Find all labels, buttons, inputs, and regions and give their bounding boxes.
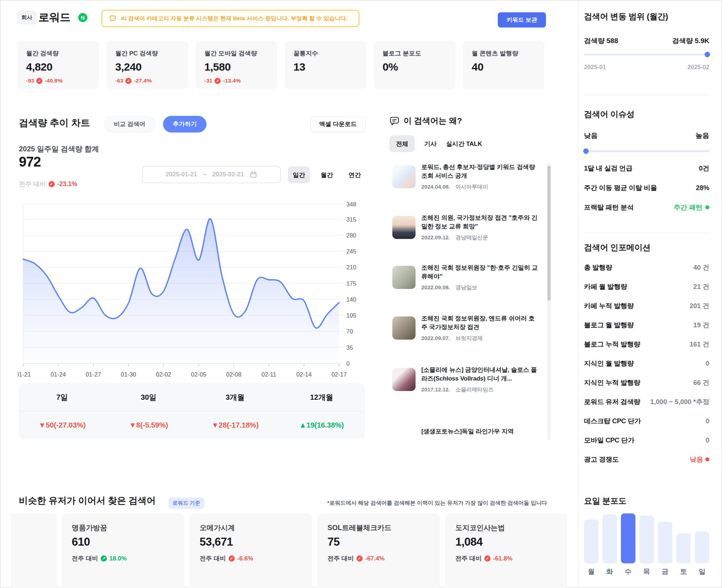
- period-value-12m: ▲19(16.38%): [278, 411, 365, 439]
- speech-bubble-icon: [389, 116, 400, 126]
- vs-label: 전주 대비: [200, 554, 226, 563]
- stat-card-monthly-search: 월간 검색량 4,820 -93 ✓ -40.8%: [17, 41, 99, 89]
- stat-value: 3,240: [115, 61, 179, 73]
- related-card[interactable]: SOL트레블체크카드 75 전주 대비 ✓ -67.4%: [317, 513, 440, 588]
- tab-monthly[interactable]: 월간: [316, 167, 338, 183]
- news-item[interactable]: 조해진 의원, 국가정보처장 접견 "호주와 긴밀한 정보 교류 희망" 202…: [389, 214, 540, 241]
- news-item[interactable]: 로워드, 총선 후보자·정당별 키워드 검색량 조회 서비스 공개 2024.0…: [389, 163, 540, 190]
- excel-download-button[interactable]: 엑셀 다운로드: [310, 116, 366, 132]
- info-label: 카페 누적 발행량: [584, 301, 634, 310]
- range-labels: 검색량 588 검색량 5.9K: [584, 36, 709, 46]
- info-row: 지식인 월 발행량0: [584, 359, 709, 368]
- period-value-3m: ▼28(-17.18%): [192, 411, 279, 439]
- issue-row-label: 주간 이동 평균 이탈 비율: [584, 183, 657, 192]
- svg-text:02-14: 02-14: [296, 371, 312, 378]
- stat-delta: -31 ✓ -13.4%: [204, 77, 268, 84]
- naver-icon: N: [78, 13, 87, 22]
- beta-notice-text: AI 검색어 카테고리 자동 분류 시스템은 현재 Beta 서비스 중입니다.…: [121, 15, 347, 22]
- info-row: 블로그 월 발행량19 건: [584, 320, 709, 329]
- news-date: 2024.04.08.: [421, 184, 450, 190]
- weekday-bar-토[interactable]: [676, 533, 691, 563]
- news-item-title: 조해진 국회 정보위원장, 앤드류 쉬어러 호주 국가정보처장 접견: [421, 314, 540, 332]
- weekly-total-label: 2025 일주일 검색량 합계: [19, 144, 99, 154]
- news-source: 브릿지경제: [455, 335, 483, 342]
- weekday-bar-일[interactable]: [695, 532, 709, 563]
- range-slider-handle[interactable]: [705, 52, 710, 57]
- stat-delta: -63 ✓ -27.4%: [115, 77, 179, 84]
- news-date: 2017.12.12.: [421, 386, 450, 393]
- news-item[interactable]: [생생포토뉴스]독일 라인가우 지역: [389, 427, 540, 436]
- svg-text:0: 0: [346, 360, 350, 367]
- range-slider[interactable]: [584, 54, 709, 55]
- related-wow: 전주 대비 ↗ 18.0%: [72, 554, 174, 563]
- search-volume-trend-chart[interactable]: 0357010514017521024528031534801-2101-240…: [17, 196, 365, 381]
- stat-label: 월간 PC 검색량: [115, 49, 179, 58]
- news-scrollbar-thumb[interactable]: [547, 166, 551, 301]
- date-range-picker[interactable]: 2025-01-21 ~ 2025-02-21: [142, 166, 281, 183]
- news-tab-talk[interactable]: 실시간 TALK: [446, 135, 482, 152]
- related-card[interactable]: 도지코인사는법 1,084 전주 대비 ✓ -61.8%: [445, 513, 567, 588]
- info-value: 21 건: [693, 282, 709, 291]
- compare-keyword-pill[interactable]: 비교 검색어: [104, 116, 155, 133]
- news-thumbnail: [392, 266, 416, 289]
- svg-text:105: 105: [346, 312, 356, 319]
- news-tab-articles[interactable]: 기사: [424, 135, 437, 152]
- news-panel-title: 이 검색어는 왜?: [404, 115, 462, 126]
- issue-row-label: 1달 내 실검 언급: [584, 164, 633, 173]
- range-date-to: 2025-02: [687, 64, 709, 71]
- info-row: 지식인 누적 발행량66 건: [584, 378, 709, 387]
- issue-row: 프랙탈 패턴 분석 주간 패턴: [584, 203, 709, 212]
- news-item-title: 로워드, 총선 후보자·정당별 키워드 검색량 조회 서비스 공개: [421, 163, 540, 180]
- news-item[interactable]: [소믈리에 뉴스] 금양인터내셔날, 슐로스 폴라즈(Schloss Vollr…: [389, 366, 540, 393]
- issue-low: 낮음: [584, 131, 598, 140]
- issue-slider-handle[interactable]: [583, 148, 589, 154]
- info-value: 40 건: [693, 263, 709, 272]
- news-thumbnail: [392, 316, 416, 340]
- stat-value: 1,580: [204, 61, 268, 73]
- vs-label: 전주 대비: [455, 554, 482, 563]
- delta-down-icon: ✓: [49, 181, 55, 187]
- weekday-bar-금[interactable]: [658, 522, 672, 563]
- svg-text:02-11: 02-11: [262, 371, 276, 378]
- issue-section-title: 검색어 이슈성: [584, 109, 709, 120]
- info-value: 0: [706, 417, 709, 425]
- company-type-badge: 회사: [17, 11, 36, 24]
- tab-yearly[interactable]: 연간: [344, 167, 366, 183]
- tab-daily[interactable]: 일간: [288, 167, 310, 183]
- vs-value: -23.1%: [57, 180, 77, 188]
- info-label: 블로그 월 발행량: [584, 320, 634, 329]
- news-scrollbar-track[interactable]: [547, 163, 551, 440]
- news-item-title: 조해진 국회 정보위원장 "한·호주 긴밀히 교류해야": [421, 264, 540, 281]
- related-card-partial[interactable]: [11, 513, 57, 588]
- news-source: 경남일보: [455, 284, 477, 291]
- news-tab-all[interactable]: 전체: [389, 135, 415, 152]
- info-value: 201 건: [689, 301, 709, 310]
- svg-text:70: 70: [346, 328, 353, 335]
- weekday-label: 금: [658, 567, 672, 576]
- stat-card-pc-search: 월간 PC 검색량 3,240 -63 ✓ -27.4%: [107, 41, 188, 89]
- add-keyword-button[interactable]: 추가하기: [163, 116, 206, 133]
- info-row: 모바일 CPC 단가0: [584, 436, 709, 445]
- info-row: 광고 경쟁도낮음: [584, 455, 709, 464]
- news-item[interactable]: 조해진 국회 정보위원장, 앤드류 쉬어러 호주 국가정보처장 접견 2022.…: [389, 314, 540, 342]
- weekday-bar-수[interactable]: [621, 513, 635, 563]
- weekday-bar-화[interactable]: [602, 514, 617, 563]
- related-card[interactable]: 오메가시계 53,671 전주 대비 ✓ -6.6%: [189, 513, 312, 588]
- weekday-bar-월[interactable]: [584, 520, 598, 563]
- weekday-section-title: 요일 분포도: [584, 495, 709, 507]
- info-label: 카페 월 발행량: [584, 282, 627, 291]
- weekday-bar-목[interactable]: [639, 516, 654, 563]
- weekday-label: 일: [695, 567, 709, 576]
- news-source: 소믈리에타임즈: [455, 386, 493, 393]
- issue-slider[interactable]: [584, 150, 709, 152]
- issue-row-value: 주간 패턴: [674, 203, 709, 212]
- news-source: 아시아투데이: [455, 184, 488, 190]
- news-item[interactable]: 조해진 국회 정보위원장 "한·호주 긴밀히 교류해야" 2022.09.08.…: [389, 264, 540, 291]
- info-row: 로워드 유저 검색량1,000 ~ 5,000 *추정: [584, 397, 709, 406]
- delta-down-icon: ✓: [36, 78, 42, 84]
- stat-label: 월간 검색량: [26, 49, 90, 58]
- keyword-save-button[interactable]: 키워드 보관: [498, 12, 546, 28]
- related-wow: 전주 대비 ✓ -67.4%: [327, 554, 430, 563]
- related-card[interactable]: 명품가방꿈 610 전주 대비 ↗ 18.0%: [62, 513, 184, 588]
- range-section-title: 검색어 변동 범위 (월간): [584, 11, 709, 22]
